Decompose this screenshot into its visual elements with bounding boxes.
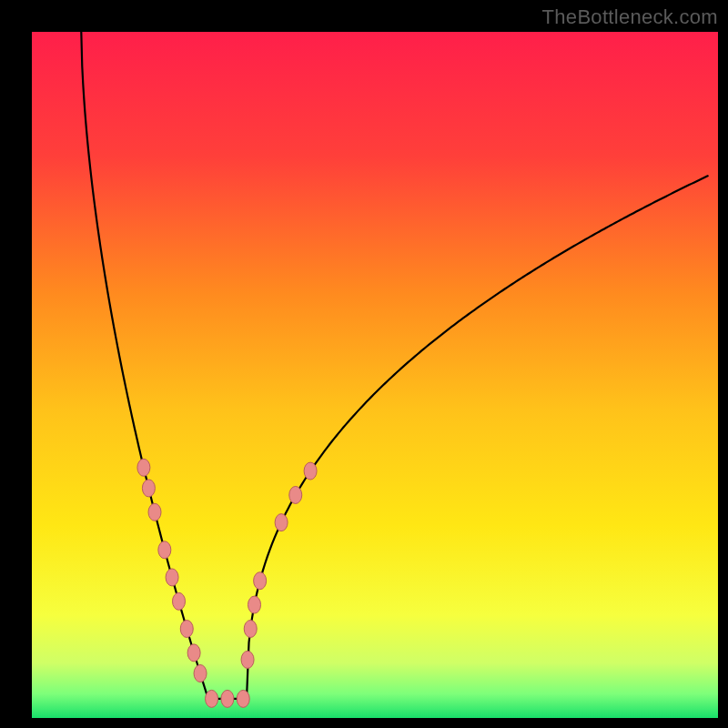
curve-marker — [137, 459, 150, 476]
curve-marker — [275, 514, 288, 531]
curve-marker — [237, 690, 249, 707]
curve-marker — [244, 620, 257, 637]
curve-marker — [289, 486, 302, 503]
watermark-text: TheBottleneck.com — [542, 5, 718, 29]
curve-marker — [173, 592, 186, 610]
curve-marker — [194, 664, 207, 682]
curve-marker — [206, 690, 218, 707]
plot-svg — [32, 32, 718, 718]
curve-marker — [148, 503, 161, 521]
curve-marker — [142, 480, 155, 497]
curve-marker — [166, 569, 178, 586]
gradient-bg — [32, 32, 718, 718]
curve-marker — [187, 644, 200, 662]
curve-marker — [158, 541, 171, 559]
curve-marker — [304, 462, 317, 480]
curve-marker — [254, 572, 267, 590]
plot-area — [32, 32, 718, 718]
curve-marker — [241, 651, 254, 668]
curve-marker — [248, 596, 261, 613]
curve-marker — [221, 690, 234, 707]
curve-marker — [180, 620, 193, 637]
